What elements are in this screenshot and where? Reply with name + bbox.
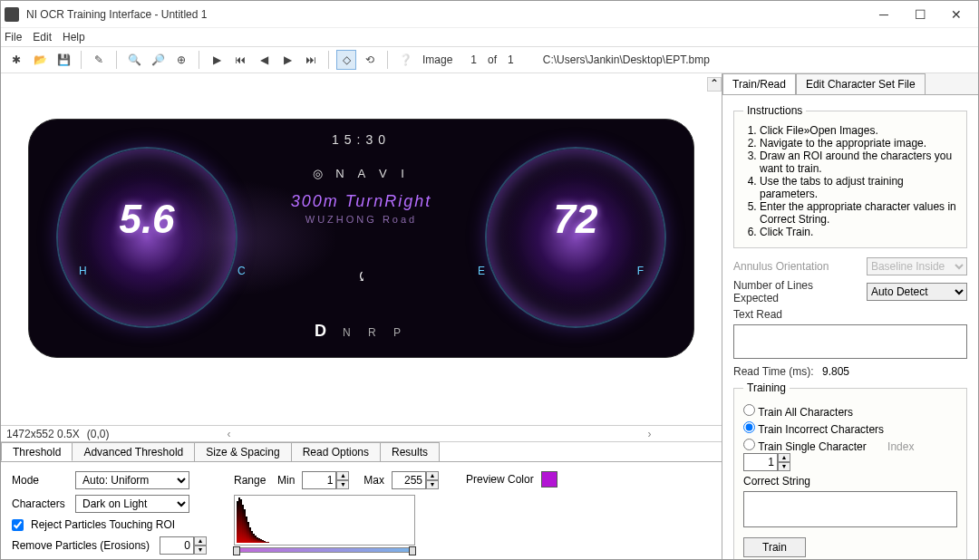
help-icon[interactable]: ❔ [395, 50, 415, 70]
page-current: 1 [470, 53, 477, 66]
menu-file[interactable]: File [5, 31, 22, 43]
min-label: Min [277, 474, 295, 487]
reject-label: Reject Particles Touching ROI [31, 518, 175, 531]
train-button[interactable]: Train [743, 537, 806, 557]
menu-help[interactable]: Help [63, 31, 85, 43]
right-column: Train/Read Edit Character Set File Instr… [722, 73, 978, 559]
readtime-label: Read Time (ms): [733, 365, 815, 378]
annulus-label: Annulus Orientation [733, 260, 859, 273]
menu-edit[interactable]: Edit [33, 31, 52, 43]
training-group: Training Train All Characters Train Inco… [733, 381, 967, 559]
open-icon[interactable]: 📂 [30, 50, 50, 70]
correct-string-label: Correct String [743, 475, 810, 488]
max-input[interactable] [392, 471, 426, 489]
zoom-in-icon[interactable]: 🔍 [124, 50, 144, 70]
text-read-area[interactable] [733, 324, 967, 359]
roi-rect-icon[interactable]: ◇ [336, 50, 356, 70]
annulus-select: Baseline Inside [867, 257, 967, 275]
radio-train-single[interactable]: Train Single Character Index ▲▼ [743, 439, 957, 471]
mode-label: Mode [12, 474, 68, 487]
tab-read-options[interactable]: Read Options [291, 442, 381, 461]
min-stepper[interactable]: ▲▼ [302, 471, 349, 489]
dash-gear: DN R P [315, 322, 408, 341]
play-icon[interactable]: ▶ [207, 50, 227, 70]
index-stepper[interactable]: ▲▼ [743, 453, 790, 471]
preview-color-swatch[interactable] [541, 471, 557, 488]
gauge-left: 5.6 [56, 147, 237, 328]
close-button[interactable]: ✕ [938, 2, 974, 27]
gauge-right: 72 [485, 147, 666, 328]
new-icon[interactable]: ✱ [6, 50, 26, 70]
lines-select[interactable]: Auto Detect [867, 283, 967, 301]
cursor-icon: ⤹ [356, 269, 367, 284]
step-up-icon[interactable]: ▲ [194, 536, 207, 546]
minimize-button[interactable]: ─ [866, 2, 902, 27]
index-input[interactable] [743, 453, 778, 471]
gauge-left-value: 5.6 [56, 197, 237, 242]
bottom-tabs: Threshold Advanced Threshold Size & Spac… [1, 441, 722, 461]
next-icon[interactable]: ▶ [277, 50, 297, 70]
dashboard-preview: 15:30 N A V I 300m TurnRight WUZHONG Roa… [28, 119, 694, 358]
page-total: 1 [508, 53, 514, 66]
dash-road: WUZHONG Road [305, 214, 417, 225]
characters-select[interactable]: Dark on Light [75, 495, 189, 513]
zoom-out-icon[interactable]: 🔎 [148, 50, 168, 70]
save-icon[interactable]: 💾 [53, 50, 73, 70]
erosions-input[interactable] [160, 536, 194, 555]
max-stepper[interactable]: ▲▼ [392, 471, 439, 489]
min-input[interactable] [302, 471, 336, 489]
toolbar: ✱ 📂 💾 ✎ 🔍 🔎 ⊕ ▶ ⏮ ◀ ▶ ⏭ ◇ ⟲ ❔ Image 1 of… [1, 46, 978, 73]
content-area: ⌃ 15:30 N A V I 300m TurnRight WUZHONG R… [1, 73, 978, 559]
erosions-stepper[interactable]: ▲▼ [160, 536, 207, 555]
page-of: of [488, 53, 497, 66]
slider-handle-right[interactable] [409, 546, 416, 555]
window-title: NI OCR Training Interface - Untitled 1 [26, 8, 866, 21]
zoom-fit-icon[interactable]: ⊕ [171, 50, 191, 70]
scroll-up-icon[interactable]: ⌃ [707, 77, 722, 92]
tab-train-read[interactable]: Train/Read [722, 73, 796, 94]
maximize-button[interactable]: ☐ [902, 2, 938, 27]
radio-train-incorrect[interactable]: Train Incorrect Characters [743, 421, 957, 436]
tab-size-spacing[interactable]: Size & Spacing [194, 442, 291, 461]
characters-label: Characters [12, 497, 68, 510]
tab-threshold[interactable]: Threshold [1, 442, 73, 461]
max-label: Max [363, 474, 384, 487]
tab-results[interactable]: Results [380, 442, 440, 461]
histogram-slider[interactable] [234, 547, 415, 553]
last-icon[interactable]: ⏭ [301, 50, 321, 70]
erosions-label: Remove Particles (Erosions) [12, 539, 152, 552]
radio-train-all[interactable]: Train All Characters [743, 404, 957, 419]
image-area[interactable]: ⌃ 15:30 N A V I 300m TurnRight WUZHONG R… [1, 73, 722, 425]
readtime-value: 9.805 [822, 365, 849, 378]
step-down-icon[interactable]: ▼ [194, 546, 207, 555]
status-bar: 1472x552 0.5X (0,0) ‹› [1, 425, 722, 441]
instr-3: Draw an ROI around the characters you wa… [760, 150, 957, 175]
correct-string-area[interactable] [743, 491, 957, 527]
prev-icon[interactable]: ◀ [254, 50, 274, 70]
separator [81, 51, 82, 69]
dash-time: 15:30 [332, 132, 391, 147]
preview-color-label: Preview Color [466, 473, 534, 486]
roi-rotate-icon[interactable]: ⟲ [360, 50, 380, 70]
train-read-panel: Instructions Click File»Open Images. Nav… [722, 95, 978, 559]
hscroll[interactable]: ‹› [227, 428, 651, 440]
instr-2: Navigate to the appropriate image. [760, 137, 957, 150]
separator [387, 51, 388, 69]
first-icon[interactable]: ⏮ [230, 50, 250, 70]
textread-label: Text Read [733, 308, 860, 321]
reject-particles-checkbox[interactable] [12, 519, 24, 531]
left-column: ⌃ 15:30 N A V I 300m TurnRight WUZHONG R… [1, 73, 722, 559]
gauge-right-value: 72 [485, 197, 666, 242]
mode-select[interactable]: Auto: Uniform [75, 471, 189, 489]
histogram [234, 495, 415, 546]
tab-advanced-threshold[interactable]: Advanced Threshold [72, 442, 195, 461]
wand-icon[interactable]: ✎ [89, 50, 109, 70]
slider-handle-left[interactable] [233, 546, 240, 555]
tab-edit-char-set[interactable]: Edit Character Set File [796, 73, 926, 94]
instr-1: Click File»Open Images. [760, 124, 957, 137]
training-legend: Training [743, 381, 790, 394]
image-label: Image [422, 53, 452, 66]
separator [116, 51, 117, 69]
zoom-level: 1472x552 0.5X [6, 428, 80, 440]
instr-4: Use the tabs to adjust training paramete… [760, 175, 957, 200]
